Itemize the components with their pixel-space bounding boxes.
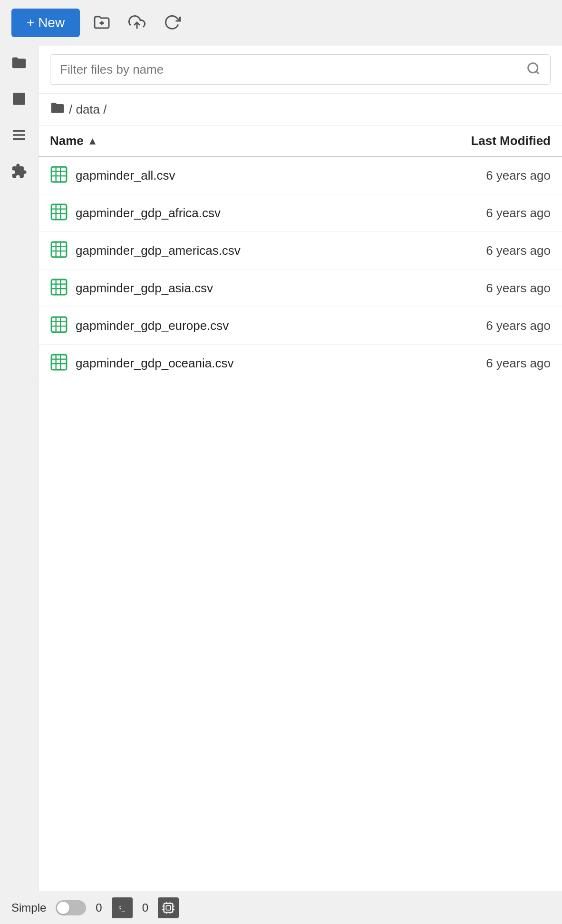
status-count-2: 0 xyxy=(142,901,148,914)
file-table: Name ▲ Last Modified gapminder_all.csv xyxy=(39,126,562,891)
table-header: Name ▲ Last Modified xyxy=(39,126,562,157)
table-row[interactable]: gapminder_gdp_americas.csv 6 years ago xyxy=(39,232,562,270)
svg-rect-3 xyxy=(13,93,25,105)
csv-file-icon xyxy=(50,241,68,260)
file-modified: 6 years ago xyxy=(417,206,551,221)
file-modified: 6 years ago xyxy=(417,356,551,371)
svg-point-7 xyxy=(528,63,538,73)
file-modified: 6 years ago xyxy=(417,318,551,333)
search-box xyxy=(50,54,551,85)
table-row[interactable]: gapminder_all.csv 6 years ago xyxy=(39,157,562,194)
status-count-1: 0 xyxy=(96,901,102,914)
table-row[interactable]: gapminder_gdp_oceania.csv 6 years ago xyxy=(39,345,562,382)
new-folder-button[interactable] xyxy=(88,9,115,37)
toggle-knob xyxy=(57,902,69,914)
svg-rect-29 xyxy=(51,317,67,332)
csv-file-icon xyxy=(50,165,68,185)
table-row[interactable]: gapminder_gdp_asia.csv 6 years ago xyxy=(39,270,562,307)
svg-rect-19 xyxy=(51,242,67,257)
svg-text:$_: $_ xyxy=(118,905,126,911)
table-row[interactable]: gapminder_gdp_europe.csv 6 years ago xyxy=(39,307,562,345)
refresh-button[interactable] xyxy=(159,9,185,37)
svg-rect-42 xyxy=(166,905,170,910)
terminal-icon-btn[interactable]: $_ xyxy=(112,897,133,918)
cpu-icon-btn[interactable] xyxy=(158,897,179,918)
file-name: gapminder_gdp_americas.csv xyxy=(76,243,417,258)
svg-rect-14 xyxy=(51,204,67,220)
search-icon xyxy=(526,61,541,77)
sidebar-item-list[interactable] xyxy=(8,124,30,146)
csv-file-icon xyxy=(50,203,68,223)
status-bar: Simple 0 $_ 0 xyxy=(0,891,562,924)
toolbar: + New xyxy=(0,0,562,46)
svg-line-8 xyxy=(536,71,539,74)
file-name: gapminder_gdp_africa.csv xyxy=(76,206,417,221)
sidebar-item-extensions[interactable] xyxy=(8,160,30,183)
simple-label: Simple xyxy=(11,901,46,914)
search-input[interactable] xyxy=(60,62,526,77)
sidebar-item-stop[interactable] xyxy=(8,87,30,110)
file-name: gapminder_gdp_asia.csv xyxy=(76,281,417,296)
sidebar-item-files[interactable] xyxy=(8,51,30,74)
new-button[interactable]: + New xyxy=(11,9,80,37)
main-layout: / data / Name ▲ Last Modified xyxy=(0,46,562,891)
file-name: gapminder_gdp_europe.csv xyxy=(76,318,417,333)
svg-rect-24 xyxy=(51,279,67,295)
sidebar xyxy=(0,46,38,891)
svg-rect-34 xyxy=(51,355,67,370)
file-modified: 6 years ago xyxy=(417,168,551,183)
col-name-header[interactable]: Name ▲ xyxy=(50,134,417,148)
csv-file-icon xyxy=(50,278,68,298)
breadcrumb-folder-icon xyxy=(50,100,65,119)
file-name: gapminder_all.csv xyxy=(76,168,417,183)
svg-rect-9 xyxy=(51,167,67,182)
csv-file-icon xyxy=(50,353,68,373)
file-modified: 6 years ago xyxy=(417,243,551,258)
search-container xyxy=(39,46,562,94)
file-name: gapminder_gdp_oceania.csv xyxy=(76,356,417,371)
sort-arrow-icon: ▲ xyxy=(87,135,98,147)
svg-rect-41 xyxy=(164,903,173,912)
file-rows-container: gapminder_all.csv 6 years ago gapminder_… xyxy=(39,157,562,382)
breadcrumb: / data / xyxy=(39,94,562,126)
col-modified-header[interactable]: Last Modified xyxy=(417,134,551,148)
table-row[interactable]: gapminder_gdp_africa.csv 6 years ago xyxy=(39,194,562,232)
simple-toggle[interactable] xyxy=(56,900,86,915)
csv-file-icon xyxy=(50,316,68,336)
breadcrumb-path: / data / xyxy=(69,102,107,117)
content-area: / data / Name ▲ Last Modified xyxy=(38,46,562,891)
upload-button[interactable] xyxy=(124,9,150,37)
file-modified: 6 years ago xyxy=(417,281,551,296)
